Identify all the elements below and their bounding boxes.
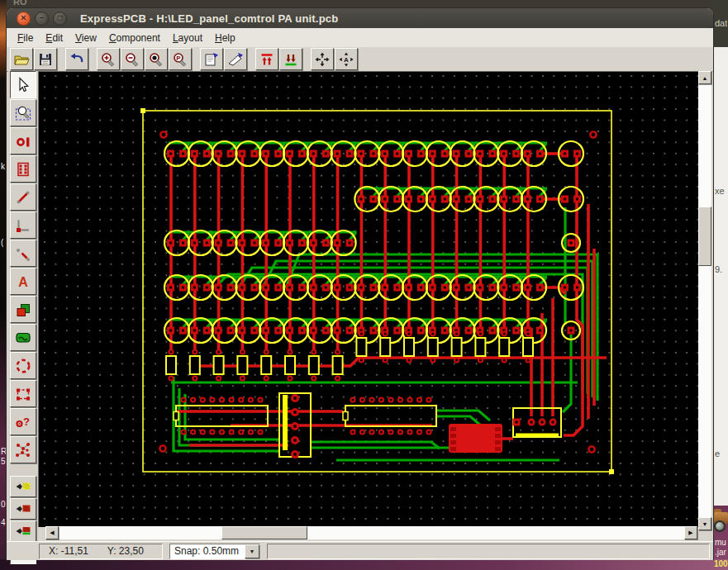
horizontal-scroll-thumb[interactable] [221, 526, 307, 539]
zoom-area-icon [14, 104, 32, 122]
menu-file[interactable]: File [12, 30, 39, 46]
status-bar: X: -11,51 Y: 23,50 Snap: 0.50mm ▼ [7, 541, 713, 560]
circle-button[interactable] [10, 352, 36, 379]
text-button[interactable]: A [10, 268, 36, 295]
expresspcb-window: ✕ − □ ExpressPCB - H:\LED_panel_comtrol … [7, 8, 713, 559]
rectangle-icon [14, 301, 32, 319]
cursor-y: Y: 23,50 [107, 545, 144, 557]
menu-component[interactable]: Component [103, 30, 166, 46]
minimize-button[interactable]: − [35, 12, 49, 26]
zoom-in-icon [100, 51, 117, 68]
vertical-scroll-thumb[interactable] [698, 207, 711, 266]
ratsnest-button[interactable] [10, 436, 36, 463]
pan-origin-icon: A [338, 51, 354, 68]
magnifier-icon [714, 520, 726, 532]
snap-spacing-combo[interactable]: Snap: 0.50mm ▼ [169, 544, 260, 559]
desktop-text-fragment: 0 [1, 500, 6, 509]
circle-icon [14, 357, 32, 375]
component-button[interactable] [10, 155, 36, 183]
desktop-right-labels: xe9.emu.jar [713, 0, 728, 570]
corner-icon [14, 216, 32, 235]
view-silkscreen-icon [14, 477, 32, 496]
component-info-button[interactable]: ? [10, 408, 36, 435]
select-arrow-icon [14, 76, 32, 94]
disconnect-button[interactable] [10, 240, 36, 267]
toolbar: PA [7, 47, 713, 72]
component-info-icon: ? [14, 413, 32, 431]
component-icon [14, 160, 32, 178]
disconnect-icon [14, 245, 32, 263]
component-properties-button[interactable] [200, 48, 223, 70]
desktop-text-fragment: e [715, 449, 720, 458]
zoom-board-button[interactable] [145, 48, 168, 70]
place-bottom-layer-button[interactable] [279, 48, 302, 70]
pad-button[interactable] [10, 127, 36, 154]
zoom-out-icon [124, 51, 140, 68]
desktop-text-fragment: k [1, 162, 5, 171]
menu-layout[interactable]: Layout [167, 30, 208, 46]
pan-button[interactable] [311, 48, 334, 70]
horizontal-scrollbar[interactable]: ◀ ▶ [45, 526, 697, 539]
undo-button[interactable] [65, 48, 88, 70]
zoom-area-button[interactable] [10, 99, 36, 126]
svg-text:?: ? [23, 416, 30, 428]
desktop-text-fragment: xe [715, 186, 725, 196]
rectangle-button[interactable] [10, 296, 36, 323]
view-silkscreen-button[interactable] [10, 476, 36, 497]
plane-button[interactable] [10, 324, 36, 351]
title-bar[interactable]: ✕ − □ ExpressPCB - H:\LED_panel_comtrol … [7, 8, 713, 28]
edit-properties-button[interactable] [224, 48, 247, 70]
trace-button[interactable] [10, 183, 36, 211]
menu-view[interactable]: View [69, 30, 102, 46]
desktop-folder-icon[interactable] [714, 509, 728, 537]
window-title: ExpressPCB - H:\LED_panel_comtrol PA uni… [80, 12, 338, 25]
desktop-text-fragment: 4 [1, 518, 6, 527]
maximize-button[interactable]: □ [53, 12, 67, 26]
desktop-fragment-number: 100775 [714, 559, 728, 568]
close-button[interactable]: ✕ [17, 12, 31, 26]
save-floppy-icon [37, 51, 54, 68]
ratsnest-icon [14, 441, 32, 459]
zoom-out-button[interactable] [121, 48, 144, 70]
desktop-fragment-topleft: RO [13, 0, 27, 7]
selection-handle[interactable] [140, 108, 145, 113]
desktop-bottom-strip [0, 559, 728, 570]
plane-icon [14, 329, 32, 347]
save-floppy-button[interactable] [34, 48, 57, 70]
undo-icon [69, 51, 85, 68]
scroll-up-button[interactable]: ▲ [698, 71, 711, 84]
place-top-layer-button[interactable] [255, 48, 278, 70]
scroll-down-button[interactable]: ▼ [698, 517, 711, 530]
menu-edit[interactable]: Edit [40, 30, 69, 46]
zoom-previous-button[interactable]: P [169, 48, 192, 70]
pan-icon [314, 51, 331, 68]
trace-icon [14, 188, 32, 207]
edit-properties-icon [227, 51, 244, 68]
smd-module[interactable] [449, 424, 502, 453]
view-top-layer-button[interactable] [10, 498, 36, 520]
selection-rect-button[interactable] [10, 380, 36, 407]
zoom-in-button[interactable] [97, 48, 120, 70]
svg-text:A: A [344, 56, 349, 64]
view-bottom-layer-button[interactable] [10, 520, 36, 542]
pan-origin-button[interactable]: A [335, 48, 358, 70]
desktop-text-fragment: .jar [715, 548, 726, 557]
menu-help[interactable]: Help [209, 30, 241, 46]
zoom-previous-icon: P [172, 51, 188, 68]
place-bottom-layer-icon [283, 51, 299, 68]
select-arrow-button[interactable] [10, 71, 36, 98]
combo-dropdown-arrow-icon[interactable]: ▼ [245, 544, 259, 558]
scroll-left-button[interactable]: ◀ [45, 526, 59, 539]
selection-handle[interactable] [609, 469, 614, 474]
corner-button[interactable] [10, 211, 36, 239]
desktop-text-fragment: mu [715, 538, 726, 547]
vertical-scrollbar[interactable]: ▲ ▼ [698, 71, 711, 529]
scroll-right-button[interactable]: ▶ [684, 526, 697, 539]
pcb-canvas[interactable] [38, 71, 699, 527]
svg-text:A: A [18, 275, 28, 289]
side-toolbar: A? [8, 71, 38, 549]
component-properties-icon [203, 51, 220, 68]
cursor-x: X: -11,51 [49, 545, 88, 557]
open-folder-button[interactable] [10, 48, 33, 70]
zoom-board-icon [148, 51, 164, 68]
